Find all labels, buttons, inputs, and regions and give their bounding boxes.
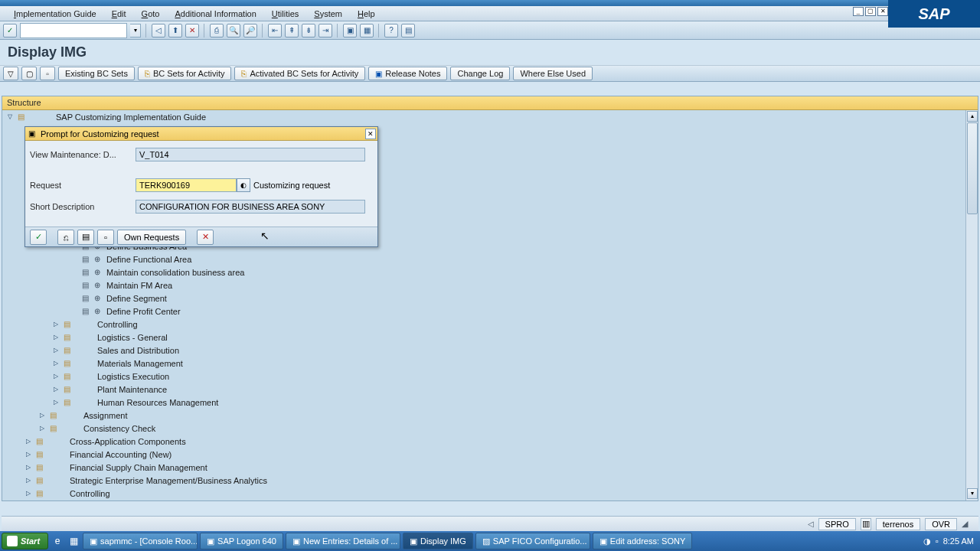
request-field[interactable]: TERK900169 xyxy=(136,178,237,192)
tree-row[interactable]: ▷▤Logistics - General xyxy=(2,331,965,344)
dialog-btn-2-icon[interactable]: ▤ xyxy=(77,230,94,245)
clock-icon[interactable]: ⊕ xyxy=(91,306,103,317)
task-logon[interactable]: ▣SAP Logon 640 xyxy=(200,533,283,549)
status-tcode[interactable]: SPRO xyxy=(818,518,856,530)
expand-icon[interactable]: ▷ xyxy=(24,489,33,498)
doc-icon[interactable]: ▤ xyxy=(33,488,45,499)
exec-icon[interactable]: ▤ xyxy=(79,280,91,291)
request-f4-icon[interactable]: ◐ xyxy=(237,178,250,192)
ql-ie-icon[interactable]: e xyxy=(51,534,64,548)
layout-icon[interactable]: ▤ xyxy=(401,24,415,37)
expand-icon[interactable]: ▷ xyxy=(38,411,47,420)
expand-icon[interactable]: ▷ xyxy=(51,333,60,342)
collapse-icon[interactable]: ▽ xyxy=(5,112,15,122)
expand-icon[interactable]: ▷ xyxy=(51,385,60,394)
menu-edit[interactable]: Edit xyxy=(104,9,134,18)
minimize-icon[interactable]: _ xyxy=(853,7,864,16)
tree-row[interactable]: ▷▤Logistics Execution xyxy=(2,370,965,383)
tray-icon-2[interactable]: ▫ xyxy=(936,536,939,546)
clock-icon[interactable]: ⊕ xyxy=(91,267,103,278)
find-next-icon[interactable]: 🔎 xyxy=(243,24,257,37)
print-icon[interactable]: ⎙ xyxy=(210,24,224,37)
command-field[interactable] xyxy=(20,23,127,38)
doc-icon[interactable]: ▤ xyxy=(60,345,73,356)
scroll-down-icon[interactable]: ▾ xyxy=(967,488,978,499)
exec-icon[interactable]: ▤ xyxy=(79,254,91,265)
back-icon[interactable]: ◁ xyxy=(152,24,165,37)
task-sapmmc[interactable]: ▣sapmmc - [Console Roo... xyxy=(83,533,198,549)
status-server-icon[interactable]: ▥ xyxy=(861,518,871,530)
expand-icon[interactable]: ▷ xyxy=(24,463,33,472)
clock-icon[interactable]: ⊕ xyxy=(91,254,103,265)
desc-field[interactable]: CONFIGURATION FOR BUSINESS AREA SONY xyxy=(136,200,365,214)
expand-icon[interactable]: ▷ xyxy=(51,372,60,381)
clock-icon[interactable]: ⊕ xyxy=(91,280,103,291)
where-else-used-button[interactable]: Where Else Used xyxy=(513,67,593,80)
doc-icon[interactable]: ▤ xyxy=(33,475,45,486)
expand-all-icon[interactable]: ▽ xyxy=(3,67,18,80)
doc-icon[interactable]: ▤ xyxy=(60,358,73,369)
menu-additional-info[interactable]: Additional Information xyxy=(167,9,263,18)
command-dropdown-icon[interactable]: ▾ xyxy=(130,24,141,37)
doc-icon[interactable]: ▤ xyxy=(60,397,73,408)
exec-icon[interactable]: ▤ xyxy=(79,267,91,278)
tree-row[interactable]: ▤⊕Maintain FM Area xyxy=(2,279,965,292)
doc-icon[interactable]: ▤ xyxy=(60,319,73,330)
last-page-icon[interactable]: ⇥ xyxy=(318,24,332,37)
tree-row[interactable]: ▷▤Assignment xyxy=(2,409,965,422)
cancel-icon[interactable]: ✕ xyxy=(185,24,199,37)
tree-row[interactable]: ▷▤Sales and Distribution xyxy=(2,344,965,357)
doc-icon[interactable]: ▤ xyxy=(33,436,45,447)
menu-system[interactable]: System xyxy=(306,9,350,18)
prev-page-icon[interactable]: ⇞ xyxy=(285,24,299,37)
exit-icon[interactable]: ⬆ xyxy=(168,24,182,37)
doc-icon[interactable]: ▤ xyxy=(33,462,45,473)
tray-icon-1[interactable]: ◑ xyxy=(923,536,931,546)
existing-bc-sets-button[interactable]: Existing BC Sets xyxy=(58,67,135,80)
expand-icon[interactable]: ▷ xyxy=(24,476,33,485)
expand-icon[interactable]: ▷ xyxy=(51,320,60,329)
tree-row[interactable]: ▷▤Controlling xyxy=(2,487,965,500)
task-new-entries[interactable]: ▣New Entries: Details of ... xyxy=(286,533,400,549)
expand-icon[interactable]: ▷ xyxy=(24,450,33,459)
tree-row[interactable]: ▤⊕Maintain consolidation business area xyxy=(2,266,965,279)
expand-icon[interactable]: ▷ xyxy=(51,359,60,368)
shortcut-icon[interactable]: ▦ xyxy=(360,24,374,37)
task-display-img[interactable]: ▣Display IMG xyxy=(403,533,473,549)
tree-row[interactable]: ▷▤Financial Supply Chain Management xyxy=(2,461,965,474)
start-button[interactable]: Start xyxy=(2,533,48,549)
ql-desktop-icon[interactable]: ▦ xyxy=(67,534,80,548)
create-request-icon[interactable]: ▫ xyxy=(97,230,114,245)
menu-goto[interactable]: Goto xyxy=(134,9,168,18)
help-icon[interactable]: ? xyxy=(384,24,398,37)
scroll-thumb[interactable] xyxy=(967,122,978,214)
tree-row[interactable]: ▷▤Consistency Check xyxy=(2,422,965,435)
tree-row[interactable]: ▷▤Financial Accounting (New) xyxy=(2,448,965,461)
tree-row[interactable]: ▷▤Cross-Application Components xyxy=(2,435,965,448)
doc-icon[interactable]: ▤ xyxy=(60,332,73,343)
clock-icon[interactable]: ⊕ xyxy=(91,293,103,304)
task-fico-config[interactable]: ▨SAP FICO Configuratio... xyxy=(475,533,590,549)
dialog-btn-1-icon[interactable]: ⎌ xyxy=(57,230,74,245)
tree-root-row[interactable]: ▽ ▤ SAP Customizing Implementation Guide xyxy=(2,110,965,123)
doc-icon[interactable]: ▫ xyxy=(40,67,55,80)
release-notes-button[interactable]: Release Notes xyxy=(368,67,447,80)
task-edit-address[interactable]: ▣Edit address: SONY xyxy=(593,533,692,549)
tree-row[interactable]: ▷▤Plant Maintenance xyxy=(2,383,965,396)
new-session-icon[interactable]: ▣ xyxy=(343,24,357,37)
doc-icon[interactable]: ▤ xyxy=(15,112,27,122)
activated-bc-sets-button[interactable]: Activated BC Sets for Activity xyxy=(234,67,365,80)
tree-row[interactable]: ▷▤Materials Management xyxy=(2,357,965,370)
doc-icon[interactable]: ▤ xyxy=(47,410,59,421)
dialog-titlebar[interactable]: ▣ Prompt for Customizing request ✕ xyxy=(25,127,377,141)
dialog-cancel-icon[interactable]: ✕ xyxy=(197,230,214,245)
change-log-button[interactable]: Change Log xyxy=(450,67,510,80)
doc-icon[interactable]: ▤ xyxy=(47,423,59,434)
tree-row[interactable]: ▷▤Controlling xyxy=(2,318,965,331)
close-icon[interactable]: ✕ xyxy=(877,7,888,16)
expand-icon[interactable]: ▷ xyxy=(51,398,60,407)
position-icon[interactable]: ▢ xyxy=(21,67,37,80)
doc-icon[interactable]: ▤ xyxy=(60,384,73,395)
menu-utilities[interactable]: Utilities xyxy=(264,9,306,18)
exec-icon[interactable]: ▤ xyxy=(79,306,91,317)
